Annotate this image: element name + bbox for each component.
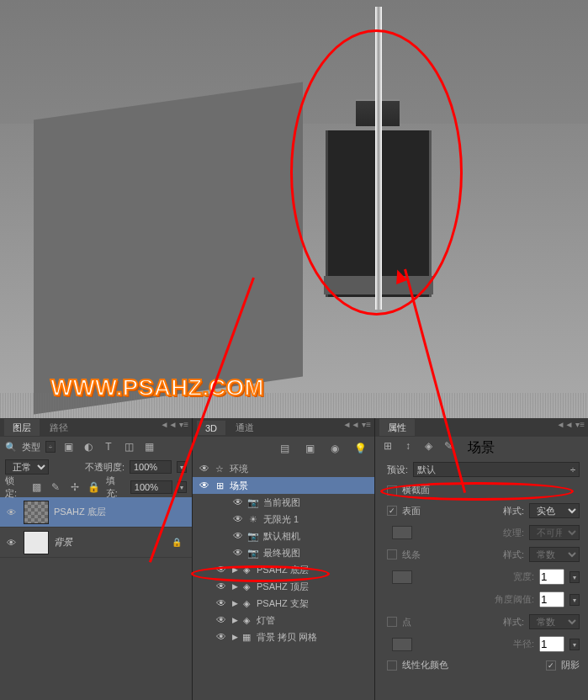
tree-bg-copy-mesh[interactable]: 👁 ▶ ▦ 背景 拷贝 网格 <box>193 628 374 645</box>
visibility-icon[interactable]: 👁 <box>3 538 19 548</box>
tree-label: 场景 <box>230 480 248 492</box>
visibility-icon[interactable]: 👁 <box>230 530 246 542</box>
3d-toolbar: ▤ ▣ ◉ 💡 <box>193 437 374 460</box>
surface-checkbox[interactable] <box>387 506 397 516</box>
blend-mode-select[interactable]: 正常 <box>5 459 49 475</box>
surface-color-swatch[interactable] <box>392 526 412 539</box>
tree-environment[interactable]: 👁 ☆ 环境 <box>193 460 374 477</box>
cross-section-checkbox[interactable] <box>387 485 397 496</box>
tree-psahz-bottom[interactable]: 👁 ▶ ◈ PSAHZ 底层 <box>193 561 374 578</box>
expand-icon[interactable]: ▶ <box>230 565 240 574</box>
filter-scene-icon[interactable]: ▤ <box>277 441 292 456</box>
points-color-swatch[interactable] <box>392 638 412 651</box>
points-checkbox[interactable] <box>387 617 397 627</box>
tab-properties[interactable]: 属性 <box>379 419 415 436</box>
surface-style-select[interactable]: 实色 <box>529 503 580 518</box>
tree-psahz-top[interactable]: 👁 ▶ ◈ PSAHZ 顶层 <box>193 578 374 595</box>
expand-icon[interactable]: ▶ <box>230 633 240 641</box>
prop-mode-icon-2[interactable]: ↕ <box>400 440 416 455</box>
tree-lamp[interactable]: 👁 ▶ ◈ 灯管 <box>193 612 374 628</box>
mesh-icon: ◈ <box>240 615 253 626</box>
angle-input[interactable] <box>539 591 564 607</box>
visibility-icon[interactable]: 👁 <box>196 463 213 475</box>
lines-style-select[interactable]: 常数 <box>529 547 580 562</box>
search-kind-icon: 🔍 <box>5 442 17 453</box>
visibility-icon[interactable]: 👁 <box>230 496 246 508</box>
tab-layers[interactable]: 图层 <box>4 419 40 436</box>
3d-viewport[interactable]: WWW.PSAHZ.COM <box>0 0 588 418</box>
tree-final-view[interactable]: 👁 📷 最终视图 <box>193 544 374 561</box>
opacity-input[interactable] <box>130 460 172 474</box>
layers-tabs: 图层 路径 ◄◄ ▾≡ <box>0 418 192 437</box>
visibility-icon[interactable]: 👁 <box>230 547 246 559</box>
lock-move-icon[interactable]: ✢ <box>67 480 82 495</box>
tab-paths[interactable]: 路径 <box>41 419 77 436</box>
lines-checkbox[interactable] <box>387 549 397 559</box>
tree-current-view[interactable]: 👁 📷 当前视图 <box>193 494 374 511</box>
filter-type-dropdown[interactable]: ÷ <box>45 441 56 453</box>
filter-smart-icon[interactable]: ▦ <box>141 439 156 454</box>
tree-label: PSAHZ 支架 <box>257 597 309 610</box>
lock-all-icon[interactable]: 🔒 <box>87 480 101 495</box>
visibility-icon[interactable]: 👁 <box>213 581 230 592</box>
visibility-icon[interactable]: 👁 <box>3 507 19 517</box>
layer-item-background[interactable]: 👁 背景 🔒 <box>0 528 192 558</box>
visibility-icon[interactable]: 👁 <box>213 631 230 643</box>
visibility-icon[interactable]: 👁 <box>213 564 230 575</box>
filter-adjust-icon[interactable]: ◐ <box>81 439 96 454</box>
width-input[interactable] <box>539 569 564 585</box>
cross-section-label: 横截面 <box>402 484 430 496</box>
visibility-icon[interactable]: 👁 <box>196 480 213 491</box>
width-row: 宽度: ▾ <box>375 565 588 588</box>
lock-transparent-icon[interactable]: ▩ <box>29 480 44 495</box>
points-style-select[interactable]: 常数 <box>529 614 580 629</box>
lines-style-label: 样式: <box>503 549 524 561</box>
layer-name: 背景 <box>54 536 72 549</box>
shadow-checkbox[interactable] <box>546 660 556 671</box>
camera-icon: 📷 <box>246 548 260 559</box>
tree-label: PSAHZ 顶层 <box>257 581 309 593</box>
expand-icon[interactable]: ▶ <box>230 616 240 624</box>
expand-icon[interactable]: ▶ <box>230 599 240 607</box>
angle-dropdown[interactable]: ▾ <box>569 594 580 606</box>
panel-menu-icon[interactable]: ◄◄ ▾≡ <box>557 420 585 429</box>
radius-dropdown[interactable]: ▾ <box>569 639 580 650</box>
filter-pixel-icon[interactable]: ▣ <box>61 439 76 454</box>
filter-type-label: 类型 <box>22 441 40 453</box>
tab-channel[interactable]: 通道 <box>227 419 262 436</box>
visibility-icon[interactable]: 👁 <box>213 614 230 626</box>
visibility-icon[interactable]: 👁 <box>230 513 246 525</box>
filter-material-icon[interactable]: ◉ <box>327 441 342 456</box>
shadow-shape <box>34 82 303 415</box>
tree-label: 灯管 <box>257 614 275 627</box>
fill-input[interactable] <box>130 480 172 494</box>
lines-color-swatch[interactable] <box>392 570 412 584</box>
camera-icon: 📷 <box>246 497 260 508</box>
width-dropdown[interactable]: ▾ <box>569 571 580 583</box>
tree-label: 当前视图 <box>263 496 300 509</box>
radius-input[interactable] <box>539 636 564 652</box>
prop-mode-icon-3[interactable]: ◈ <box>421 440 436 455</box>
layer-name: PSAHZ 底层 <box>54 506 106 518</box>
tree-psahz-frame[interactable]: 👁 ▶ ◈ PSAHZ 支架 <box>193 595 374 612</box>
tree-label: 无限光 1 <box>263 513 299 526</box>
filter-shape-icon[interactable]: ◫ <box>121 439 136 454</box>
prop-mode-icon-1[interactable]: ⊞ <box>380 440 395 455</box>
expand-icon[interactable]: ▶ <box>230 582 240 591</box>
preset-select[interactable]: 默认 ÷ <box>413 462 580 477</box>
surface-row: 表面 样式: 实色 <box>375 500 588 522</box>
camera-icon: 📷 <box>246 531 260 542</box>
panel-menu-icon[interactable]: ◄◄ ▾≡ <box>161 420 188 429</box>
panel-menu-icon[interactable]: ◄◄ ▾≡ <box>343 420 371 429</box>
tree-infinite-light[interactable]: 👁 ☀ 无限光 1 <box>193 511 374 528</box>
linearize-checkbox[interactable] <box>387 660 397 671</box>
texture-row: 纹理: 不可用 <box>375 522 588 544</box>
filter-type-icon[interactable]: T <box>101 439 116 454</box>
filter-light-icon[interactable]: 💡 <box>352 441 368 456</box>
visibility-icon[interactable]: 👁 <box>213 597 230 609</box>
lock-brush-icon[interactable]: ✎ <box>49 480 63 495</box>
texture-select[interactable]: 不可用 <box>529 525 580 540</box>
filter-mesh-icon[interactable]: ▣ <box>302 441 317 456</box>
tree-scene[interactable]: 👁 ⊞ 场景 <box>193 477 374 494</box>
tree-default-camera[interactable]: 👁 📷 默认相机 <box>193 528 374 544</box>
